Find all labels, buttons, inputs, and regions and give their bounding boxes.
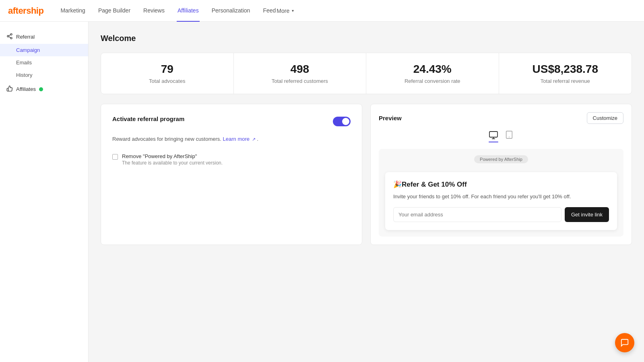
preview-widget: Powered by AfterShip 🎉Refer & Get 10% Of… — [379, 149, 623, 237]
activate-toggle[interactable] — [333, 117, 351, 126]
referral-desc: Invite your friends to get 10% off. For … — [393, 193, 609, 201]
stat-conversion-value: 24.43% — [376, 63, 489, 76]
checkbox-desc: The feature is available to your current… — [122, 160, 223, 166]
stat-referred: 498 Total referred customers — [234, 53, 367, 94]
powered-wrapper: Powered by AfterShip — [385, 155, 617, 168]
svg-rect-5 — [489, 132, 497, 137]
nav-marketing[interactable]: Marketing — [60, 0, 86, 22]
nav-personalization[interactable]: Personalization — [211, 0, 251, 22]
preview-card: Preview Customize — [370, 104, 632, 245]
stat-revenue-value: US$8,238.78 — [509, 63, 622, 76]
nav-feed[interactable]: Feed — [262, 0, 277, 22]
nav-links: Marketing Page Builder Reviews Affiliate… — [60, 0, 277, 22]
chat-button[interactable] — [615, 333, 634, 352]
nav-affiliates[interactable]: Affiliates — [177, 0, 200, 22]
stat-advocates-label: Total advocates — [111, 78, 224, 84]
learn-more-link[interactable]: Learn more ↗ — [223, 136, 257, 142]
invite-button[interactable]: Get invite link — [565, 207, 609, 222]
preview-header: Preview Customize — [379, 112, 623, 124]
sidebar-referral-section: Referral — [0, 30, 88, 44]
nav-reviews[interactable]: Reviews — [142, 0, 165, 22]
external-link-icon: ↗ — [252, 137, 256, 142]
share-icon — [6, 33, 13, 41]
affiliates-badge — [39, 87, 43, 91]
stat-conversion: 24.43% Referral conversion rate — [366, 53, 499, 94]
thumbs-up-icon — [6, 85, 13, 93]
powered-checkbox-row: Remove "Powered by AfterShip" The featur… — [112, 153, 351, 166]
desktop-device-button[interactable] — [489, 130, 498, 142]
sidebar-item-campaign[interactable]: Campaign — [0, 44, 88, 56]
tablet-device-button[interactable] — [505, 130, 514, 142]
sidebar: Referral Campaign Emails History Affilia… — [0, 22, 89, 362]
stat-advocates: 79 Total advocates — [101, 53, 234, 94]
main-content: Welcome 79 Total advocates 498 Total ref… — [89, 22, 644, 362]
powered-badge: Powered by AfterShip — [474, 155, 528, 163]
activate-desc: Reward advocates for bringing new custom… — [112, 135, 351, 144]
app-logo[interactable]: aftership — [8, 6, 43, 16]
nav-page-builder[interactable]: Page Builder — [97, 0, 131, 22]
device-switcher — [379, 130, 623, 142]
sidebar-item-affiliates[interactable]: Affiliates — [0, 81, 88, 97]
svg-line-4 — [9, 35, 11, 36]
more-button[interactable]: More ▾ — [277, 0, 294, 22]
powered-checkbox[interactable] — [112, 154, 118, 160]
chevron-down-icon: ▾ — [292, 8, 294, 13]
referral-title: 🎉Refer & Get 10% Off — [393, 180, 609, 189]
sidebar-item-history[interactable]: History — [0, 69, 88, 81]
svg-point-0 — [10, 33, 12, 35]
email-input[interactable] — [393, 207, 561, 222]
stat-conversion-label: Referral conversion rate — [376, 78, 489, 84]
device-underline — [489, 142, 498, 142]
sidebar-item-emails[interactable]: Emails — [0, 56, 88, 69]
referral-box: 🎉Refer & Get 10% Off Invite your friends… — [385, 172, 617, 230]
activate-title: Activate referral program — [112, 115, 184, 122]
stat-revenue: US$8,238.78 Total referral revenue — [499, 53, 632, 94]
preview-title: Preview — [379, 115, 402, 121]
toggle-knob — [342, 118, 349, 125]
checkbox-label: Remove "Powered by AfterShip" — [122, 153, 223, 159]
email-row: Get invite link — [393, 207, 609, 222]
stats-row: 79 Total advocates 498 Total referred cu… — [101, 53, 632, 94]
two-col-layout: Activate referral program Reward advocat… — [101, 104, 632, 245]
stat-referred-value: 498 — [244, 63, 357, 76]
stat-advocates-value: 79 — [111, 63, 224, 76]
activate-card: Activate referral program Reward advocat… — [101, 104, 362, 245]
page-title: Welcome — [101, 34, 632, 43]
customize-button[interactable]: Customize — [587, 112, 623, 124]
stat-referred-label: Total referred customers — [244, 78, 357, 84]
svg-point-2 — [10, 37, 12, 39]
svg-line-3 — [9, 37, 11, 38]
svg-point-1 — [7, 35, 9, 37]
app-layout: Referral Campaign Emails History Affilia… — [0, 22, 644, 362]
stat-revenue-label: Total referral revenue — [509, 78, 622, 84]
top-nav: aftership Marketing Page Builder Reviews… — [0, 0, 644, 22]
